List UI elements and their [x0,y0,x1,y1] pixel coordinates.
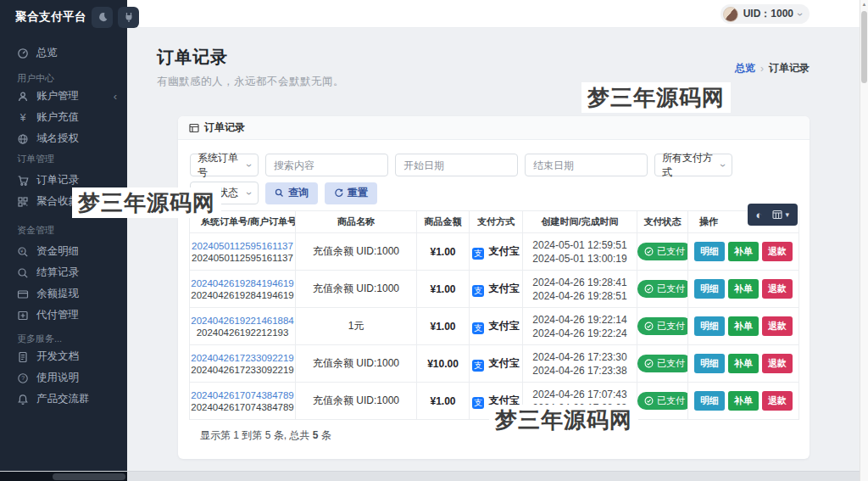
sidebar-item-label: 域名授权 [36,131,117,146]
app-title: 聚合支付平台 [15,9,86,25]
sidebar: 聚合支付平台 总览 用户中心 [0,0,127,481]
sidebar-item-payout-management[interactable]: 代付管理 [0,305,127,326]
pay-method-select[interactable]: 所有支付方式 › [654,154,732,176]
sidebar-item-label: 账户充值 [36,110,117,125]
table-row: 2024042617233092219 2024042617233092219 … [190,345,799,383]
sidebar-section-fund-management: 资金管理 [0,222,127,238]
check-circle-icon [644,284,654,294]
user-menu[interactable]: UID：1000 › [721,4,810,24]
page-title: 订单记录 [157,46,344,69]
product-name: 1元 [296,308,417,345]
filter-row-2: 全部状态 › 查询 重置 [190,182,798,204]
sidebar-item-label: 开发文档 [36,350,117,364]
refund-button[interactable]: 退款 [762,242,793,261]
detail-button[interactable]: 明细 [694,279,725,299]
horizontal-scrollbar-thumb[interactable] [53,473,125,480]
cart-icon [17,175,29,187]
merchant-order-no: 2024042617074384789 [190,402,295,412]
order-times: 2024-04-26 17:23:302024-04-26 17:23:38 [523,345,637,383]
detail-button[interactable]: 明细 [694,391,725,411]
sidebar-item-usage-guide[interactable]: ? 使用说明 [0,367,127,389]
pay-method-cell: 支 支付宝 [470,345,523,383]
columns-dropdown-button[interactable]: ▾ [767,204,794,226]
svg-text:¥: ¥ [20,249,24,254]
query-button[interactable]: 查询 [265,182,318,204]
reissue-button[interactable]: 补单 [728,242,759,261]
product-name: 充值余额 UID:1000 [296,345,417,383]
table-row: 2024042619284194619 2024042619284194619 … [190,271,799,308]
list-icon [189,123,199,133]
chevron-down-icon: › [718,164,728,167]
bell-icon [17,394,29,405]
order-field-select[interactable]: 系统订单号 › [190,154,259,176]
watermark: 梦三年源码网 [489,405,638,435]
vertical-scrollbar-thumb[interactable] [861,11,867,83]
detail-button[interactable]: 明细 [694,242,725,261]
sidebar-section-user-center: 用户中心 [0,70,127,86]
moon-icon [97,11,108,23]
payout-icon [17,310,29,322]
sidebar-header: 聚合支付平台 [0,0,127,34]
sidebar-item-dev-docs[interactable]: 开发文档 [0,346,127,367]
horizontal-scrollbar[interactable] [0,471,868,481]
sidebar-section-order-management: 订单管理 [0,151,127,166]
system-order-link[interactable]: 2024042617074384789 [190,390,295,400]
refund-button[interactable]: 退款 [762,316,793,336]
reissue-button[interactable]: 补单 [728,354,759,373]
refund-button[interactable]: 退款 [762,354,793,373]
system-order-link[interactable]: 2024042619284194619 [190,278,295,288]
check-circle-icon [644,322,654,331]
sidebar-item-settlement-records[interactable]: 结算记录 [0,262,127,283]
sidebar-nav: 总览 用户中心 账户管理 ‹ ¥ 账户充值 域名授权 订单管理 [0,34,127,410]
status-badge: 已支付 [637,355,688,372]
reissue-button[interactable]: 补单 [728,391,759,411]
order-times: 2024-04-26 19:28:412024-04-26 19:28:51 [523,271,637,308]
sidebar-item-account-recharge[interactable]: ¥ 账户充值 [0,107,127,128]
chevron-down-icon: › [244,192,254,195]
bank-card-icon [17,288,29,300]
end-date-input[interactable] [525,154,648,176]
detail-button[interactable]: 明细 [694,354,725,373]
status-badge: 已支付 [637,317,688,335]
columns-icon [772,210,782,220]
table-view-controls: ◐ ▾ [748,204,798,226]
refund-button[interactable]: 退款 [762,391,793,411]
status-badge: 已支付 [637,392,688,410]
visibility-toggle-button[interactable]: ◐ [751,204,768,226]
half-circle-icon: ◐ [756,209,763,221]
sidebar-item-overview[interactable]: 总览 [0,42,127,64]
sidebar-item-balance-withdrawal[interactable]: 余额提现 [0,283,127,305]
system-order-link[interactable]: 2024042619221461884 [190,316,295,326]
order-amount: ¥1.00 [417,383,470,420]
watermark: 梦三年源码网 [72,187,221,218]
sidebar-item-label: 余额提现 [36,287,117,301]
start-date-input[interactable] [395,154,518,176]
page-header: 订单记录 有幽默感的人，永远都不会默默无闻。 [157,46,344,89]
system-order-link[interactable]: 2024050112595161137 [190,241,295,251]
sidebar-item-domain-auth[interactable]: 域名授权 [0,128,127,149]
dark-mode-toggle[interactable] [92,7,113,28]
sidebar-item-fund-details[interactable]: ¥ 资金明细 [0,241,127,262]
filter-bar: 系统订单号 › 所有支付方式 › 全部状态 › [178,140,810,204]
reissue-button[interactable]: 补单 [728,316,759,336]
page-subtitle: 有幽默感的人，永远都不会默默无闻。 [157,75,344,89]
chevron-down-icon: › [795,13,805,16]
refund-button[interactable]: 退款 [762,279,793,299]
scroll-up-arrow-icon[interactable]: ▲ [860,2,868,7]
plug-button[interactable] [118,7,139,28]
detail-button[interactable]: 明细 [694,316,725,336]
vertical-scrollbar[interactable]: ▲ [860,0,868,481]
sidebar-item-account-management[interactable]: 账户管理 ‹ [0,86,127,107]
reset-button[interactable]: 重置 [325,182,377,204]
sidebar-item-label: 账户管理 [36,89,106,103]
order-times: 2024-05-01 12:59:512024-05-01 13:00:19 [523,233,637,271]
chevron-down-icon: › [244,164,254,167]
sidebar-item-product-group[interactable]: 产品交流群 [0,389,127,410]
merchant-order-no: 20240426192212193 [190,327,295,338]
col-header-method: 支付方式 [470,211,523,233]
search-input[interactable] [265,154,388,176]
system-order-link[interactable]: 2024042617233092219 [190,353,295,363]
breadcrumb-home-link[interactable]: 总览 [735,61,755,76]
reissue-button[interactable]: 补单 [728,279,759,299]
globe-icon [17,133,29,145]
